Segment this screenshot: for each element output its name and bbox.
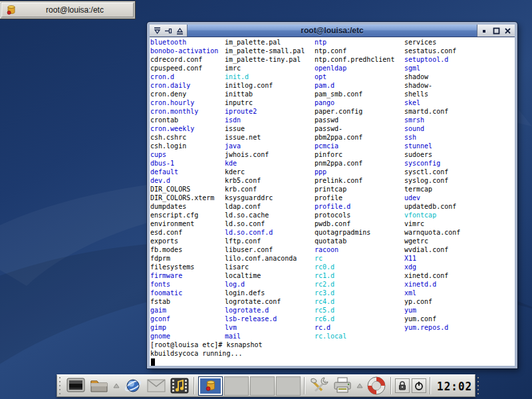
printer-icon[interactable] bbox=[332, 376, 353, 396]
multimedia-icon[interactable] bbox=[169, 376, 190, 396]
directory-entry: mail bbox=[225, 332, 305, 340]
file-entry: ldap.conf bbox=[225, 202, 305, 211]
symlink-entry: rc0.d bbox=[315, 263, 394, 271]
titlebar[interactable]: root@louisa:/etc bbox=[150, 25, 515, 37]
maximize-button[interactable] bbox=[491, 26, 501, 35]
file-entry: exports bbox=[150, 237, 218, 245]
shell-prompt-line: [root@louisa etc]# ksnapshot bbox=[150, 340, 263, 349]
file-entry: termcap bbox=[404, 185, 460, 194]
symlink-entry: rc4.d bbox=[315, 297, 394, 306]
popup-arrow-icon[interactable] bbox=[355, 376, 364, 396]
lock-screen-button[interactable] bbox=[395, 378, 410, 393]
file-entry: wvdial.conf bbox=[404, 245, 460, 254]
directory-entry: gaim bbox=[150, 306, 218, 315]
file-entry: profile bbox=[315, 194, 394, 202]
file-entry: esd.conf bbox=[150, 228, 218, 237]
ls-output-column: ntpntp.confntp.conf.predhclientopenldapo… bbox=[315, 38, 394, 340]
file-entry: initlog.conf bbox=[225, 81, 305, 90]
logout-button[interactable] bbox=[412, 378, 426, 393]
window-title: root@louisa:/etc bbox=[188, 25, 477, 37]
panel-separator bbox=[430, 377, 431, 394]
panel-separator bbox=[304, 377, 305, 394]
file-entry: shadow- bbox=[404, 81, 460, 90]
directory-entry: ppp bbox=[315, 168, 394, 176]
terminal-window: root@louisa:/etc [root@louisa etc]# ksna… bbox=[147, 22, 517, 368]
panel-separator bbox=[194, 377, 195, 394]
directory-entry: gnome bbox=[150, 332, 218, 340]
directory-entry: openldap bbox=[315, 64, 394, 72]
file-entry: login.defs bbox=[225, 289, 305, 297]
kicker-panel: 12:02 bbox=[57, 374, 475, 397]
file-entry: sudoers bbox=[404, 150, 460, 159]
directory-entry: yum.repos.d bbox=[404, 323, 460, 332]
directory-entry: sound bbox=[404, 124, 460, 133]
shell-status-line: kbuildsycoca running... bbox=[150, 349, 242, 358]
pager-desktop-4[interactable] bbox=[276, 376, 301, 396]
file-entry: lftp.conf bbox=[225, 237, 305, 245]
file-entry: passwd bbox=[315, 116, 394, 124]
file-entry: im_palette-tiny.pal bbox=[225, 55, 305, 64]
folder-icon[interactable] bbox=[88, 376, 110, 396]
file-entry: crontab bbox=[150, 116, 218, 124]
file-entry: updatedb.conf bbox=[404, 202, 460, 211]
symlink-entry: vfontcap bbox=[404, 211, 460, 219]
sticky-pin-button[interactable] bbox=[164, 26, 173, 35]
panel-left-handle[interactable] bbox=[59, 376, 63, 395]
lock-icon bbox=[397, 380, 408, 391]
pager-desktop-1[interactable] bbox=[198, 376, 223, 396]
directory-entry: pam.d bbox=[315, 81, 394, 90]
popup-arrow-icon[interactable] bbox=[112, 376, 120, 396]
directory-entry: gimp bbox=[150, 323, 218, 332]
terminal-content[interactable]: [root@louisa etc]# ksnapshot kbuildsycoc… bbox=[150, 37, 515, 366]
keep-above-button[interactable] bbox=[175, 26, 184, 35]
minimize-button[interactable] bbox=[480, 26, 489, 35]
directory-entry: setuptool.d bbox=[404, 55, 460, 64]
file-entry: krb.conf bbox=[225, 185, 305, 194]
pager-desktop-2[interactable] bbox=[224, 376, 249, 396]
directory-entry: lvm bbox=[225, 323, 305, 332]
file-entry: im_palette.pal bbox=[225, 38, 305, 47]
pager-desktop-3[interactable] bbox=[250, 376, 275, 396]
directory-entry: cron.monthly bbox=[150, 107, 218, 116]
file-entry: pwdb.conf bbox=[315, 219, 394, 228]
file-entry: prelink.conf bbox=[315, 176, 394, 185]
shade-button[interactable] bbox=[152, 26, 162, 35]
mail-icon[interactable] bbox=[146, 376, 167, 396]
file-entry: fb.modes bbox=[150, 245, 218, 254]
tools-icon[interactable] bbox=[309, 376, 330, 396]
file-entry: shadow bbox=[404, 72, 460, 81]
help-lifering-icon[interactable] bbox=[366, 376, 387, 396]
titlebar-right-buttons bbox=[477, 25, 515, 37]
file-entry: cron.deny bbox=[150, 90, 218, 98]
file-entry: inputrc bbox=[225, 98, 305, 107]
screen-icon[interactable] bbox=[65, 376, 86, 396]
directory-entry: dev.d bbox=[150, 176, 218, 185]
directory-entry: firmware bbox=[150, 271, 218, 280]
file-entry: DIR_COLORS.xterm bbox=[150, 194, 218, 202]
file-entry: lilo.conf.anaconda bbox=[225, 254, 305, 263]
directory-entry: lsb-release.d bbox=[225, 315, 305, 323]
close-button[interactable] bbox=[503, 26, 512, 35]
terminal-app-icon bbox=[6, 5, 17, 15]
file-entry: cpuspeed.conf bbox=[150, 64, 218, 72]
file-entry: quotatab bbox=[315, 237, 394, 245]
file-entry: csh.login bbox=[150, 142, 218, 150]
panel-right-handle[interactable] bbox=[477, 376, 481, 395]
panel-clock[interactable]: 12:02 bbox=[434, 378, 475, 393]
taskbar-window-button[interactable]: root@louisa:/etc bbox=[1, 3, 134, 17]
directory-entry: X11 bbox=[404, 254, 460, 263]
file-entry: csh.cshrc bbox=[150, 133, 218, 142]
file-entry: fstab bbox=[150, 297, 218, 306]
terminal-cursor bbox=[151, 358, 155, 366]
file-entry: quotagrpadmins bbox=[315, 228, 394, 237]
directory-entry: isdn bbox=[225, 116, 305, 124]
file-entry: yp.conf bbox=[404, 297, 460, 306]
directory-entry: xdg bbox=[404, 263, 460, 271]
file-entry: inittab bbox=[225, 90, 305, 98]
symlink-entry: rc3.d bbox=[315, 289, 394, 297]
power-icon bbox=[414, 380, 424, 391]
browser-globe-icon[interactable] bbox=[122, 376, 144, 396]
directory-entry: cron.hourly bbox=[150, 98, 218, 107]
directory-entry: bluetooth bbox=[150, 38, 218, 47]
file-entry: pam_smb.conf bbox=[315, 90, 394, 98]
